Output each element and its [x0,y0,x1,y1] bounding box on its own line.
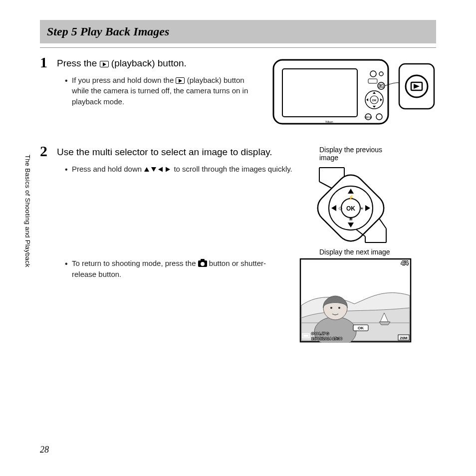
step-1-heading-post: (playback) button. [109,58,187,68]
section-title: Step 5 Play Back Images [40,20,436,43]
svg-text:⚡: ⚡ [348,194,354,201]
camera-back-figure: Nikon OK MENU [271,57,436,131]
divider [40,47,436,48]
page-number: 28 [40,445,49,455]
camera-mode-icon [198,260,207,267]
dpad-arrows-icon [144,166,172,173]
step-2-bullet-2: To return to shooting mode, press the bu… [65,258,289,280]
svg-point-31 [338,307,340,309]
side-section-label: The Basics of Shooting and Playback [24,155,31,267]
svg-text:OK: OK [372,99,377,102]
step-1-heading-pre: Press the [57,58,100,68]
svg-text:OK: OK [358,326,364,330]
playback-icon [100,61,109,67]
svg-rect-35 [303,335,308,337]
screen-size: 20M [400,336,408,340]
step-2-bullet-1-post: to scroll through the images quickly. [172,165,292,173]
svg-point-30 [330,307,332,309]
step-1: 1 Press the (playback) button. If you pr… [40,57,436,131]
svg-text:Nikon: Nikon [325,120,333,123]
step-1-bullet-pre: If you press and hold down the [72,76,176,84]
step-1-bullet: If you press and hold down the (playback… [65,75,261,107]
playback-screen-figure: 4/4 OK 0004.JPG 15/05/2014 15:30 20M [299,258,412,344]
step-2-heading: Use the multi selector to select an imag… [57,146,304,159]
step-2-bullet-1: Press and hold down to scroll through th… [65,164,304,175]
playback-icon [176,77,185,84]
step-1-heading: Press the (playback) button. [57,57,261,70]
multi-selector-figure: Display the previous image OK ⚡ ❀ ⏲ [314,146,392,256]
svg-text:☀: ☀ [360,206,364,211]
side-tab-marker [11,157,19,307]
step-1-number: 1 [40,54,47,71]
label-previous-image: Display the previous image [319,146,392,162]
screen-filename: 0004.JPG [311,331,329,336]
svg-text:❀: ❀ [349,216,353,222]
step-2: 2 Use the multi selector to select an im… [40,146,436,344]
step-2-number: 2 [40,143,47,160]
svg-rect-2 [282,69,357,117]
label-next-image: Display the next image [319,248,392,256]
step-2-bullet-1-pre: Press and hold down [72,165,144,173]
step-2-bullet-2-pre: To return to shooting mode, press the [72,259,198,267]
svg-text:OK: OK [346,205,355,212]
screen-counter: 4/4 [401,260,408,266]
svg-text:MENU: MENU [365,116,372,119]
svg-text:⏲: ⏲ [338,206,343,211]
screen-datetime: 15/05/2014 15:30 [311,336,343,341]
